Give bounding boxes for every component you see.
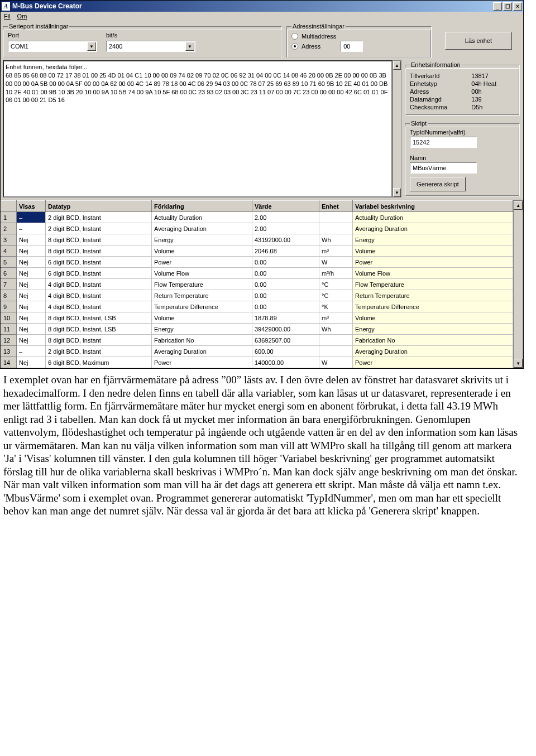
cell-unit: °K <box>319 301 353 312</box>
table-header[interactable]: Enhet <box>319 201 353 212</box>
radio-multiaddress[interactable]: Multiaddress <box>291 33 427 40</box>
cell-visas[interactable]: Nej <box>17 279 46 290</box>
cell-visas[interactable]: – <box>17 212 46 223</box>
name-value: MBusVärme <box>413 165 447 171</box>
table-row[interactable]: 4Nej8 digit BCD, InstantVolume2046.08m³V… <box>1 245 513 257</box>
cell-value: 0.00 <box>252 301 319 312</box>
cell-explanation: Volume <box>152 245 252 257</box>
address-field[interactable]: 00 <box>341 41 363 52</box>
table-header[interactable] <box>1 201 17 212</box>
cell-vardesc[interactable]: Volume <box>353 312 513 324</box>
table-row[interactable]: 12Nej8 digit BCD, InstantFabrication No6… <box>1 335 513 346</box>
cell-vardesc[interactable]: Volume <box>353 245 513 257</box>
name-label: Namn <box>410 155 477 161</box>
typid-field[interactable]: 15242 <box>410 137 477 148</box>
cell-datatype: 4 digit BCD, Instant <box>46 279 152 290</box>
table-row[interactable]: 14Nej6 digit BCD, MaximumPower140000.00W… <box>1 357 513 368</box>
table-scrollbar[interactable]: ▲ ▼ <box>513 200 523 368</box>
table-row[interactable]: 5Nej6 digit BCD, InstantPower0.00WPower <box>1 257 513 268</box>
table-row[interactable]: 8Nej4 digit BCD, InstantReturn Temperatu… <box>1 290 513 301</box>
read-device-label: Läs enhet <box>465 37 492 44</box>
table-row[interactable]: 10Nej8 digit BCD, Instant, LSBVolume1878… <box>1 312 513 324</box>
cell-vardesc[interactable]: Power <box>353 357 513 368</box>
port-combo[interactable]: COM1 ▼ <box>8 41 97 52</box>
cell-explanation: Volume <box>152 312 252 324</box>
cell-unit: m³ <box>319 312 353 324</box>
cell-vardesc[interactable]: Temperature Difference <box>353 301 513 312</box>
cell-vardesc[interactable]: Volume Flow <box>353 268 513 279</box>
cell-visas[interactable]: Nej <box>17 234 46 245</box>
serialport-group: Serieport inställningar Port COM1 ▼ bit/… <box>3 23 282 58</box>
table-header[interactable]: Variabel beskrivning <box>353 201 513 212</box>
close-icon[interactable]: × <box>513 2 522 11</box>
table-row[interactable]: 1–2 digit BCD, InstantActuality Duration… <box>1 212 513 223</box>
cell-unit: Wh <box>319 324 353 335</box>
scroll-down-icon[interactable]: ▼ <box>393 188 401 197</box>
radio-address[interactable]: Adress 00 <box>291 41 427 52</box>
scroll-down-icon[interactable]: ▼ <box>514 359 523 368</box>
chevron-down-icon[interactable]: ▼ <box>185 42 194 51</box>
row-number: 6 <box>1 268 17 279</box>
table-header[interactable]: Värde <box>252 201 319 212</box>
table-row[interactable]: 3Nej8 digit BCD, InstantEnergy43192000.0… <box>1 234 513 245</box>
cell-vardesc[interactable]: Averaging Duration <box>353 223 513 234</box>
cell-visas[interactable]: Nej <box>17 245 46 257</box>
cell-value: 2.00 <box>252 223 319 234</box>
info-key: Checksumma <box>410 104 466 110</box>
scroll-up-icon[interactable]: ▲ <box>514 201 523 210</box>
cell-vardesc[interactable]: Flow Temperature <box>353 279 513 290</box>
table-header[interactable]: Visas <box>17 201 46 212</box>
body-text: I exemplet ovan har en fjärrvärmemätare … <box>0 369 524 528</box>
cell-visas[interactable]: – <box>17 346 46 357</box>
cell-visas[interactable]: Nej <box>17 268 46 279</box>
cell-datatype: 4 digit BCD, Instant <box>46 290 152 301</box>
cell-vardesc[interactable]: Return Temperature <box>353 290 513 301</box>
table-header[interactable]: Datatyp <box>46 201 152 212</box>
cell-visas[interactable]: Nej <box>17 324 46 335</box>
bits-combo[interactable]: 2400 ▼ <box>106 41 195 52</box>
cell-visas[interactable]: Nej <box>17 312 46 324</box>
cell-vardesc[interactable]: Energy <box>353 234 513 245</box>
cell-vardesc[interactable]: Fabrication No <box>353 335 513 346</box>
row-number: 5 <box>1 257 17 268</box>
table-row[interactable]: 7Nej4 digit BCD, InstantFlow Temperature… <box>1 279 513 290</box>
maximize-icon[interactable]: ☐ <box>503 2 512 11</box>
cell-datatype: 4 digit BCD, Instant <box>46 301 152 312</box>
scroll-up-icon[interactable]: ▲ <box>393 61 401 70</box>
menu-file[interactable]: Fil <box>4 13 11 20</box>
cell-vardesc[interactable]: Power <box>353 257 513 268</box>
multiaddress-label: Multiaddress <box>302 33 336 40</box>
minimize-icon[interactable]: _ <box>493 2 502 11</box>
hexdata-text[interactable]: Enhet funnen, hexdata följer... 68 85 85… <box>3 60 393 198</box>
read-device-button[interactable]: Läs enhet <box>445 32 512 50</box>
hexdata-box: Enhet funnen, hexdata följer... 68 85 85… <box>3 60 401 198</box>
cell-visas[interactable]: Nej <box>17 335 46 346</box>
cell-visas[interactable]: – <box>17 223 46 234</box>
cell-unit: °C <box>319 290 353 301</box>
hex-scrollbar[interactable]: ▲ ▼ <box>393 60 401 198</box>
row-number: 1 <box>1 212 17 223</box>
cell-vardesc[interactable]: Averaging Duration <box>353 346 513 357</box>
row-number: 13 <box>1 346 17 357</box>
table-header[interactable]: Förklaring <box>152 201 252 212</box>
cell-visas[interactable]: Nej <box>17 290 46 301</box>
cell-explanation: Return Temperature <box>152 290 252 301</box>
generate-script-button[interactable]: Generera skript <box>410 177 466 191</box>
info-key: Adress <box>410 88 466 95</box>
menu-about[interactable]: Om <box>17 13 27 20</box>
name-field[interactable]: MBusVärme <box>410 162 477 174</box>
cell-vardesc[interactable]: Actuality Duration <box>353 212 513 223</box>
window-title: M-Bus Device Creator <box>12 2 82 10</box>
deviceinfo-legend: Enhetsinformation <box>410 61 462 68</box>
table-row[interactable]: 6Nej6 digit BCD, InstantVolume Flow0.00m… <box>1 268 513 279</box>
chevron-down-icon[interactable]: ▼ <box>87 42 96 51</box>
cell-visas[interactable]: Nej <box>17 357 46 368</box>
table-row[interactable]: 9Nej4 digit BCD, InstantTemperature Diff… <box>1 301 513 312</box>
cell-visas[interactable]: Nej <box>17 301 46 312</box>
table-row[interactable]: 13–2 digit BCD, InstantAveraging Duratio… <box>1 346 513 357</box>
table-row[interactable]: 11Nej8 digit BCD, Instant, LSBEnergy3942… <box>1 324 513 335</box>
cell-datatype: 2 digit BCD, Instant <box>46 223 152 234</box>
cell-visas[interactable]: Nej <box>17 257 46 268</box>
cell-vardesc[interactable]: Energy <box>353 324 513 335</box>
table-row[interactable]: 2–2 digit BCD, InstantAveraging Duration… <box>1 223 513 234</box>
